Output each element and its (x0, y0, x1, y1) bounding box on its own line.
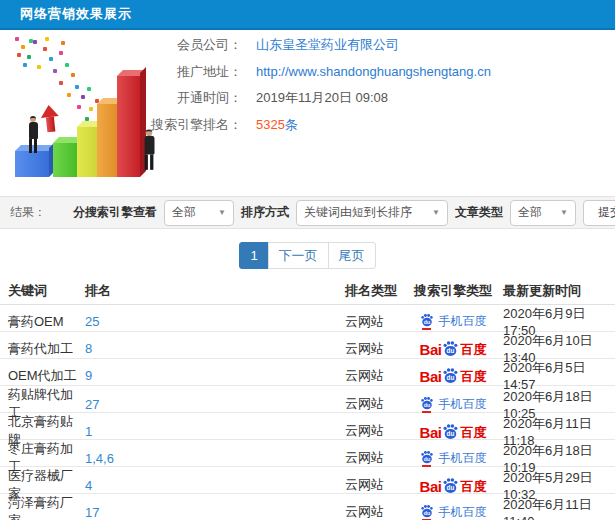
baidu-logo-cn: 百度 (460, 480, 486, 494)
mobile-baidu-logo: du手机百度 (420, 504, 487, 520)
rank-link[interactable]: 8 (85, 341, 92, 356)
rank-link[interactable]: 17 (85, 505, 99, 520)
baidu-paw-icon: du (442, 340, 459, 357)
keyword-cell: 膏药OEM (8, 313, 85, 331)
rank-type-cell: 云网站 (345, 367, 403, 385)
rank-cell: 8 (85, 341, 345, 356)
table-row: 枣庄膏药加工1,4,6云网站du手机百度2020年6月18日 10:19 (0, 440, 615, 467)
article-type-label: 文章类型 (455, 204, 503, 221)
submit-button[interactable]: 提交 (583, 200, 615, 226)
engine-rank-label: 搜索引擎排名： (130, 116, 242, 134)
baidu-paw-icon: du (420, 396, 434, 410)
rank-cell: 4 (85, 478, 345, 493)
table-row: OEM代加工9云网站Baidu百度2020年6月5日 14:57 (0, 359, 615, 386)
svg-text:du: du (447, 484, 455, 491)
rank-cell: 27 (85, 397, 345, 412)
member-info-panel: 会员公司： 山东皇圣堂药业有限公司 推广地址： http://www.shand… (130, 32, 615, 138)
table-row: 膏药OEM25云网站du手机百度2020年6月9日 17:50 (0, 305, 615, 332)
rank-cell: 17 (85, 505, 345, 520)
baidu-paw-icon: du (442, 477, 459, 494)
results-table: 关键词 排名 排名类型 搜索引擎类型 最新更新时间 膏药OEM25云网站du手机… (0, 277, 615, 520)
engine-rank-count: 5325 (256, 117, 285, 132)
article-type-select[interactable]: 全部 ▼ (510, 200, 576, 226)
svg-text:du: du (423, 510, 429, 516)
rank-type-cell: 云网站 (345, 395, 403, 413)
col-header-keyword: 关键词 (8, 282, 85, 300)
engine-type-cell: du手机百度 (403, 313, 503, 330)
top-section: 会员公司： 山东皇圣堂药业有限公司 推广地址： http://www.shand… (0, 32, 615, 194)
promo-url-label: 推广地址： (130, 63, 242, 81)
table-body: 膏药OEM25云网站du手机百度2020年6月9日 17:50膏药代加工8云网站… (0, 305, 615, 520)
mobile-baidu-paw: du (420, 504, 434, 520)
baidu-paw-icon: du (420, 313, 434, 327)
rank-type-cell: 云网站 (345, 476, 403, 494)
baidu-logo-cn: 百度 (460, 370, 486, 384)
table-header-row: 关键词 排名 排名类型 搜索引擎类型 最新更新时间 (0, 277, 615, 305)
engine-filter-select[interactable]: 全部 ▼ (164, 200, 234, 226)
mobile-baidu-logo: du手机百度 (420, 450, 487, 467)
baidu-logo-cn: 百度 (460, 426, 486, 440)
rank-link[interactable]: 27 (85, 397, 99, 412)
table-row: 北京膏药贴牌1云网站Baidu百度2020年6月11日 11:18 (0, 413, 615, 440)
mobile-baidu-label: 手机百度 (439, 396, 487, 413)
engine-type-cell: du手机百度 (403, 450, 503, 467)
rank-type-cell: 云网站 (345, 313, 403, 331)
rank-link[interactable]: 1,4,6 (85, 451, 114, 466)
rank-link[interactable]: 25 (85, 314, 99, 329)
rank-type-cell: 云网站 (345, 449, 403, 467)
table-row: 药贴牌代加工27云网站du手机百度2020年6月18日 10:25 (0, 386, 615, 413)
rank-type-cell: 云网站 (345, 340, 403, 358)
illustration-bar-green (53, 143, 79, 177)
result-label: 结果： (10, 204, 46, 221)
company-link[interactable]: 山东皇圣堂药业有限公司 (256, 36, 399, 54)
table-row: 菏泽膏药厂家17云网站du手机百度2020年6月11日 11:40 (0, 494, 615, 520)
engine-type-cell: Baidu百度 (403, 423, 503, 440)
baidu-logo: Baidu百度 (420, 340, 487, 357)
promo-url-link[interactable]: http://www.shandonghuangshengtang.cn (256, 64, 491, 79)
rank-cell: 25 (85, 314, 345, 329)
baidu-paw-icon: du (420, 504, 434, 518)
keyword-cell: 膏药代加工 (8, 340, 85, 358)
mobile-baidu-paw: du (420, 313, 434, 330)
chevron-down-icon: ▼ (560, 208, 568, 217)
chevron-down-icon: ▼ (218, 208, 226, 217)
col-header-rank: 排名 (85, 282, 345, 300)
mobile-baidu-paw: du (420, 396, 434, 413)
rank-type-cell: 云网站 (345, 503, 403, 520)
illustration-bar-blue (15, 151, 49, 177)
mobile-baidu-label: 手机百度 (439, 504, 487, 520)
svg-text:du: du (423, 456, 429, 462)
svg-text:du: du (447, 430, 455, 437)
keyword-cell: OEM代加工 (8, 367, 85, 385)
last-page-button[interactable]: 尾页 (328, 242, 376, 269)
engine-type-cell: Baidu百度 (403, 477, 503, 494)
baidu-paw-icon: du (442, 367, 459, 384)
engine-type-cell: du手机百度 (403, 396, 503, 413)
rank-link[interactable]: 1 (85, 424, 92, 439)
up-arrow-icon (40, 104, 61, 133)
businessman-figure-left (25, 116, 41, 153)
sort-select[interactable]: 关键词由短到长排序 ▼ (296, 200, 448, 226)
info-row-rank: 搜索引擎排名： 5325 条 (130, 112, 615, 139)
engine-type-cell: Baidu百度 (403, 340, 503, 357)
chevron-down-icon: ▼ (432, 208, 440, 217)
next-page-button[interactable]: 下一页 (268, 242, 329, 269)
rank-link[interactable]: 4 (85, 478, 92, 493)
keyword-cell: 菏泽膏药厂家 (8, 494, 85, 520)
mobile-baidu-label: 手机百度 (439, 450, 487, 467)
baidu-logo-cn: 百度 (460, 343, 486, 357)
info-row-url: 推广地址： http://www.shandonghuangshengtang.… (130, 59, 615, 86)
baidu-logo: Baidu百度 (420, 477, 487, 494)
baidu-logo-text: Bai (420, 425, 442, 440)
table-row: 医疗器械厂家4云网站Baidu百度2020年5月29日 10:32 (0, 467, 615, 494)
page: 网络营销效果展示 会员公司： (0, 0, 615, 520)
page-1-button[interactable]: 1 (239, 242, 268, 269)
mobile-baidu-logo: du手机百度 (420, 396, 487, 413)
engine-type-cell: Baidu百度 (403, 367, 503, 384)
col-header-updated: 最新更新时间 (503, 282, 615, 300)
rank-type-cell: 云网站 (345, 422, 403, 440)
mobile-baidu-underline (422, 411, 431, 413)
svg-text:du: du (423, 319, 429, 325)
rank-link[interactable]: 9 (85, 368, 92, 383)
opened-time-label: 开通时间： (130, 89, 242, 107)
